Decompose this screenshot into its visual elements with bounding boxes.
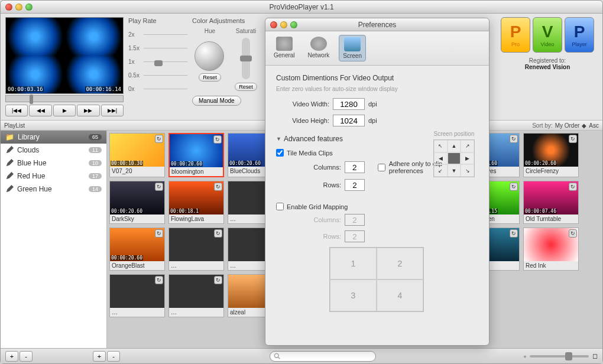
prev-button[interactable]: ◀◀ bbox=[29, 105, 51, 116]
clip-thumb[interactable]: ↻… bbox=[109, 274, 165, 317]
first-button[interactable]: |◀◀ bbox=[5, 105, 28, 116]
loop-icon[interactable]: ↻ bbox=[510, 229, 518, 238]
sort-arrows-icon[interactable]: ◆ bbox=[582, 122, 586, 129]
grid-cell-4[interactable]: 4 bbox=[377, 280, 423, 311]
play-button[interactable]: ▶ bbox=[53, 105, 76, 116]
loop-icon[interactable]: ↻ bbox=[155, 229, 163, 238]
minimize-icon[interactable] bbox=[280, 21, 287, 28]
clip-thumb[interactable]: ↻00:00:10.30V07_20 bbox=[109, 133, 165, 177]
main-titlebar[interactable]: ProVideoPlayer v1.1 bbox=[1, 1, 602, 14]
arrow-left-icon[interactable]: ◀ bbox=[434, 152, 448, 165]
sort-by-value[interactable]: My Order bbox=[555, 122, 580, 129]
clip-name: OrangeBlast bbox=[110, 261, 164, 270]
arrow-down-left-icon[interactable]: ↙ bbox=[434, 164, 448, 177]
sidebar-item-count: 14 bbox=[89, 186, 102, 192]
prefs-titlebar[interactable]: Preferences bbox=[265, 18, 489, 31]
remove-clip-button[interactable]: - bbox=[107, 351, 120, 362]
sidebar-item-red-hue[interactable]: Red Hue17 bbox=[1, 170, 106, 183]
clip-thumb[interactable]: ↻00:00:20.60CircleFrenzy bbox=[523, 133, 579, 177]
tab-general[interactable]: General bbox=[270, 35, 299, 61]
registration-label: Registered to: Renewed Vision bbox=[497, 57, 598, 70]
grid-cell-2[interactable]: 2 bbox=[377, 248, 423, 280]
sort-asc-button[interactable]: Asc bbox=[589, 122, 599, 129]
clip-thumb[interactable]: ↻00:00:18.1FlowingLava bbox=[168, 181, 224, 224]
tab-screen[interactable]: Screen bbox=[339, 35, 366, 61]
loop-icon[interactable]: ↻ bbox=[510, 135, 518, 143]
add-playlist-button[interactable]: + bbox=[5, 351, 18, 362]
sidebar-item-blue-hue[interactable]: Blue Hue10 bbox=[1, 157, 106, 170]
minimize-icon[interactable] bbox=[15, 4, 22, 11]
arrow-down-right-icon[interactable]: ↘ bbox=[461, 164, 474, 177]
screen-icon bbox=[344, 37, 361, 51]
clip-name: … bbox=[169, 308, 223, 317]
arrow-up-left-icon[interactable]: ↖ bbox=[434, 140, 448, 152]
next-button[interactable]: ▶▶ bbox=[77, 105, 99, 116]
tab-network[interactable]: Network bbox=[304, 35, 333, 61]
saturate-reset-button[interactable]: Reset bbox=[235, 83, 257, 91]
zoom-icon[interactable] bbox=[25, 4, 33, 11]
loop-icon[interactable]: ↻ bbox=[213, 135, 222, 144]
close-icon[interactable] bbox=[270, 21, 277, 28]
clip-thumb[interactable]: ↻00:00:20.60OrangeBlast bbox=[109, 228, 165, 271]
arrow-up-icon[interactable]: ▲ bbox=[448, 140, 461, 152]
zoom-slider[interactable] bbox=[530, 355, 589, 358]
loop-icon[interactable]: ↻ bbox=[569, 135, 577, 143]
search-field[interactable] bbox=[270, 351, 376, 362]
sidebar-item-green-hue[interactable]: Green Hue14 bbox=[1, 183, 106, 196]
playrate-slider[interactable]: 2x 1.5x 1x 0.5x 0x bbox=[128, 28, 187, 93]
zoom-icon[interactable] bbox=[290, 21, 297, 28]
arrow-right-icon[interactable]: ▶ bbox=[461, 152, 474, 165]
clip-timecode: 00:00:10.30 bbox=[111, 161, 143, 166]
loop-icon[interactable]: ↻ bbox=[510, 183, 518, 191]
loop-icon[interactable]: ↻ bbox=[155, 276, 163, 284]
hue-knob[interactable] bbox=[194, 41, 224, 71]
loop-icon[interactable]: ↻ bbox=[155, 135, 163, 143]
loop-icon[interactable]: ↻ bbox=[214, 183, 222, 191]
last-button[interactable]: ▶▶| bbox=[101, 105, 124, 116]
screen-position-picker[interactable]: ↖▲↗ ◀▶ ↙▼↘ bbox=[433, 139, 475, 177]
clip-thumb[interactable]: ↻Red Ink bbox=[523, 228, 579, 271]
remove-playlist-button[interactable]: - bbox=[20, 351, 33, 362]
clip-thumb[interactable]: ↻00:00:20.60DarkSky bbox=[109, 181, 165, 224]
tile-rows-input[interactable] bbox=[345, 179, 365, 191]
tile-media-checkbox[interactable] bbox=[276, 149, 284, 157]
loop-icon[interactable]: ↻ bbox=[155, 183, 163, 191]
clip-thumb[interactable]: ↻… bbox=[168, 274, 224, 317]
playlist-label: PlayList bbox=[4, 122, 25, 129]
clip-name: … bbox=[169, 261, 223, 270]
tile-cols-input[interactable] bbox=[345, 161, 365, 173]
loop-icon[interactable]: ↻ bbox=[569, 229, 577, 238]
close-icon[interactable] bbox=[5, 4, 12, 11]
manual-mode-button[interactable]: Manual Mode bbox=[192, 96, 241, 106]
arrow-up-right-icon[interactable]: ↗ bbox=[461, 140, 474, 152]
zoom-large-icon: ◻ bbox=[592, 352, 598, 360]
clip-timecode: 00:00:07.46 bbox=[524, 209, 557, 214]
library-icon: 📁 bbox=[5, 133, 14, 141]
loop-icon[interactable]: ↻ bbox=[214, 276, 222, 284]
network-icon bbox=[310, 37, 327, 51]
adhere-checkbox[interactable] bbox=[378, 164, 385, 171]
playrate-thumb[interactable] bbox=[154, 60, 163, 66]
grid-mapping-checkbox[interactable] bbox=[276, 203, 284, 210]
preview-canvas[interactable]: 00:00:03.16 00:00:16.14 bbox=[5, 17, 124, 94]
loop-icon[interactable]: ↻ bbox=[569, 183, 577, 191]
center-icon[interactable] bbox=[448, 152, 461, 165]
clip-thumb[interactable]: ↻00:00:07.46Old Turntable bbox=[523, 181, 579, 224]
video-height-input[interactable] bbox=[333, 115, 365, 126]
pen-icon bbox=[5, 172, 14, 180]
sidebar-item-clouds[interactable]: Clouds11 bbox=[1, 144, 106, 157]
hue-reset-button[interactable]: Reset bbox=[199, 73, 221, 82]
clip-thumb[interactable]: ↻00:00:20.60bloomington bbox=[168, 133, 224, 177]
clip-thumb[interactable]: ↻… bbox=[168, 228, 224, 271]
saturate-slider[interactable] bbox=[242, 38, 250, 79]
grid-cell-1[interactable]: 1 bbox=[330, 248, 377, 280]
sidebar-item-label: Clouds bbox=[17, 146, 39, 154]
sidebar-item-library[interactable]: 📁Library65 bbox=[1, 131, 106, 144]
grid-cell-3[interactable]: 3 bbox=[330, 280, 377, 311]
video-width-input[interactable] bbox=[333, 98, 365, 110]
add-clip-button[interactable]: + bbox=[93, 351, 106, 362]
loop-icon[interactable]: ↻ bbox=[214, 229, 222, 238]
scrubber[interactable] bbox=[5, 95, 124, 102]
arrow-down-icon[interactable]: ▼ bbox=[448, 164, 461, 177]
screen-position-area: Screen position ↖▲↗ ◀▶ ↙▼↘ bbox=[433, 131, 475, 177]
